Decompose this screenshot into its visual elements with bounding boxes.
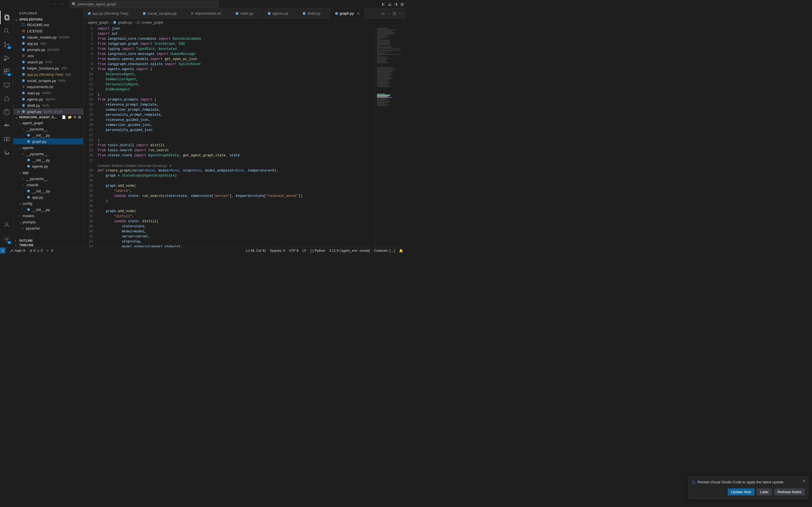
new-file-icon[interactable]: 📄 — [62, 115, 66, 119]
activity-testing[interactable] — [0, 92, 13, 105]
ports-indicator[interactable]: ᯤ0 — [47, 249, 53, 252]
file-icon: ≡ — [21, 85, 26, 89]
activity-remote-explorer[interactable] — [0, 78, 13, 92]
cursor-position[interactable]: Ln 48, Col 42 — [246, 249, 266, 252]
open-editor-item[interactable]: ✕ ⓘ README.md — [13, 22, 83, 28]
open-editor-item[interactable]: ✕ ⬣ claude_models.py models — [13, 34, 83, 40]
code-editor[interactable]: import jsonimport astfrom langchain_core… — [98, 26, 375, 247]
layout-toggle-right-icon[interactable]: ◨ — [394, 2, 398, 6]
breadcrumb-symbol[interactable]: create_graph — [142, 20, 163, 24]
codelens[interactable]: Codeium: Refactor | Explain | Generate D… — [98, 163, 375, 168]
close-icon[interactable]: ✕ — [15, 110, 21, 114]
indent-indicator[interactable]: Spaces: 4 — [270, 249, 285, 252]
file-item[interactable]: ⬣ app.py — [13, 194, 83, 200]
codeium-status[interactable]: Codeium: {…} — [374, 249, 395, 252]
open-editor-item[interactable]: ✕ ⬣ state.py states — [13, 90, 83, 96]
folder-item[interactable]: › models — [13, 213, 83, 219]
open-editor-item[interactable]: ✕ ≡ requirements.txt — [13, 83, 83, 90]
git-branch[interactable]: ⎇ main ⟳ — [9, 249, 26, 252]
activity-settings[interactable]: 1 — [0, 233, 13, 246]
folder-item[interactable]: › .chainlit — [13, 182, 83, 188]
outline-header[interactable]: › OUTLINE — [13, 238, 83, 243]
activity-explorer[interactable] — [0, 11, 13, 24]
python-interpreter[interactable]: 3.11.9 ('agent_env': conda) — [329, 249, 370, 252]
open-editor-item[interactable]: ✕ ⬣ distill.py tools — [13, 102, 83, 108]
close-icon[interactable]: ✕ — [169, 164, 172, 167]
editor-tab[interactable]: ⬣ distill.py ✕ — [299, 8, 331, 18]
timeline-header[interactable]: › TIMELINE — [13, 243, 83, 247]
language-indicator[interactable]: { } Python — [310, 249, 325, 252]
open-editor-item[interactable]: ✕ ⚙ .env — [13, 53, 83, 59]
split-editor-icon[interactable]: ◫ — [393, 11, 396, 15]
notifications-icon[interactable]: 🔔 — [399, 249, 403, 252]
open-editors-header[interactable]: ⌄ OPEN EDITORS — [13, 17, 83, 22]
file-item[interactable]: ⬣ graph.py — [13, 138, 83, 145]
folder-item[interactable]: ⌄ agents — [13, 145, 83, 151]
editor-tab[interactable]: ⬣ app.py (Working Tree) ✕ — [84, 8, 139, 18]
folder-item[interactable]: › __pycache__ — [13, 126, 83, 132]
open-editor-item[interactable]: ✕ ⬣ prompts.py prompts — [13, 47, 83, 53]
activity-accounts[interactable] — [0, 218, 13, 231]
file-icon: ⬣ — [335, 11, 338, 15]
activity-remote-containers[interactable] — [0, 132, 13, 146]
folder-item[interactable]: ⌄ config — [13, 200, 83, 207]
collapse-all-icon[interactable]: ⊟ — [78, 115, 81, 119]
run-icon[interactable]: ▷ — [382, 11, 385, 15]
minimap[interactable] — [375, 26, 406, 247]
layout-customize-icon[interactable]: ▦ — [400, 2, 404, 6]
close-icon[interactable]: ✕ — [357, 11, 360, 16]
activity-search[interactable] — [0, 24, 13, 38]
folder-item[interactable]: ⌄ agent_graph — [13, 120, 83, 126]
remote-indicator[interactable]: ⎘ — [0, 247, 5, 254]
folder-item[interactable]: › __pycache__ — [13, 175, 83, 182]
activity-docker[interactable] — [0, 119, 13, 132]
refresh-icon[interactable]: ↻ — [73, 115, 77, 119]
editor-tab[interactable]: ⬣ agents.py ✕ — [264, 8, 299, 18]
encoding-indicator[interactable]: UTF-8 — [289, 249, 299, 252]
editor-tab[interactable]: ⬣ social_scrapes.py ✕ — [139, 8, 187, 18]
nav-forward-icon[interactable]: → — [60, 2, 64, 6]
file-item[interactable]: ⬣ __init__.py — [13, 207, 83, 213]
command-center-search[interactable]: 🔍 periscope_agent_graph — [69, 1, 219, 8]
editor-tab[interactable]: ⬣ state.py ✕ — [232, 8, 264, 18]
editor-tab[interactable]: ≡ requirements.txt ✕ — [187, 8, 232, 18]
activity-run-debug[interactable] — [0, 51, 13, 65]
problems-indicator[interactable]: ⊘0 ⚠0 — [30, 249, 43, 252]
workspace-header[interactable]: ⌄ PERISCOPE_AGENT_G... 📄 📁 ↻ ⊟ — [13, 115, 83, 120]
eol-indicator[interactable]: LF — [303, 249, 306, 252]
run-dropdown-icon[interactable]: ⌄ — [388, 12, 390, 15]
folder-item[interactable]: ⌄ prompts — [13, 219, 83, 225]
editor-tab[interactable]: ⬣ graph.py ✕ — [331, 8, 364, 18]
activity-github[interactable] — [0, 105, 13, 119]
file-item[interactable]: ⬣ __init__.py — [13, 188, 83, 194]
activity-codeium[interactable]: {…} — [0, 146, 13, 159]
breadcrumb-file[interactable]: graph.py — [118, 20, 132, 24]
settings-badge: 1 — [7, 241, 11, 244]
open-editor-item[interactable]: ✕ ⬣ app.py (Working Tree) app — [13, 71, 83, 77]
activity-source-control[interactable]: 1 — [0, 38, 13, 51]
folder-item[interactable]: ⌄ app — [13, 169, 83, 175]
open-editor-item[interactable]: ✕ ⬣ graph.py agent_graph — [13, 108, 83, 115]
nav-back-icon[interactable]: ← — [53, 2, 57, 6]
folder-item[interactable]: › pycache — [13, 225, 83, 231]
chevron-right-icon: › — [22, 183, 26, 186]
new-folder-icon[interactable]: 📁 — [68, 115, 72, 119]
breadcrumb-folder[interactable]: agent_graph — [88, 20, 109, 24]
open-editor-item[interactable]: ✕ ⬣ agents.py agents — [13, 96, 83, 102]
file-item[interactable]: ⬣ __init__.py — [13, 157, 83, 163]
explorer-more-icon[interactable]: ⋯ — [75, 11, 79, 15]
folder-item[interactable]: › __pycache__ — [13, 151, 83, 157]
open-editor-item[interactable]: ✕ ⬣ app.py app — [13, 40, 83, 47]
open-editor-item[interactable]: ✕ ⚖ LICENSE — [13, 28, 83, 34]
open-editor-item[interactable]: ✕ ⬣ social_scrapes.py tools — [13, 77, 83, 83]
sync-icon: ⟳ — [23, 249, 26, 252]
file-item[interactable]: ⬣ agents.py — [13, 163, 83, 169]
activity-extensions[interactable]: 1 — [0, 65, 13, 78]
open-editor-item[interactable]: ✕ ⬣ helper_functions.py utils — [13, 65, 83, 71]
file-item[interactable]: ⬣ __init__.py — [13, 132, 83, 138]
breadcrumb[interactable]: agent_graph › ⬣ graph.py › ⬡ create_grap… — [84, 18, 406, 26]
layout-toggle-bottom-icon[interactable]: ⬓ — [388, 2, 391, 6]
open-editor-item[interactable]: ✕ ⬣ search.py tools — [13, 59, 83, 65]
more-actions-icon[interactable]: ⋯ — [399, 11, 403, 15]
layout-toggle-left-icon[interactable]: ◧ — [382, 2, 385, 6]
